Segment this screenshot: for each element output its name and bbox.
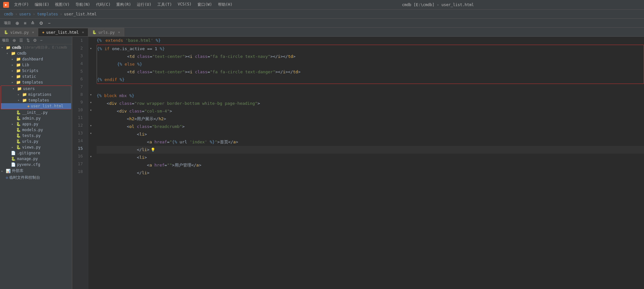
menu-code[interactable]: 代码(C) [93, 1, 113, 8]
menu-file[interactable]: 文件(F) [12, 1, 31, 8]
dashboard-arrow: ▸ [12, 58, 16, 61]
breadcrumb-users[interactable]: users [19, 12, 31, 16]
sidebar-item-pyvenv[interactable]: ▸ 📄 pyvenv.cfg [0, 162, 72, 167]
sidebar-item-static[interactable]: ▸ 📁 static [0, 74, 72, 79]
code-line-6: {% endif %} [97, 76, 644, 84]
fold-2[interactable]: ▾ [88, 44, 93, 52]
lib-folder-icon: 📁 [16, 63, 21, 67]
code-line-4: {% else %} [97, 60, 644, 68]
toolbar-minimize[interactable]: − [47, 20, 52, 26]
menu-edit[interactable]: 编辑(E) [32, 1, 52, 8]
fold-16[interactable]: ▾ [88, 152, 93, 160]
ln-18: 18 [72, 168, 85, 176]
views-tab-label: views.py [10, 30, 29, 35]
menu-tools[interactable]: 工具(T) [155, 1, 175, 8]
fold-9[interactable]: ▾ [88, 98, 93, 106]
tab-user-list[interactable]: ◈ user_list.html × [38, 28, 88, 36]
fold-12[interactable]: ▾ [88, 122, 93, 129]
toolbar-new[interactable]: ⊕ [14, 20, 21, 26]
static-folder-icon: 📁 [16, 74, 21, 79]
sidebar-item-admin[interactable]: ▸ 🐍 admin.py [0, 115, 72, 121]
sidebar-item-dashboard[interactable]: ▸ 📁 dashboard [0, 56, 72, 62]
sidebar-sort-btn[interactable]: ⇅ [25, 38, 31, 43]
ln-11: 11 [72, 114, 85, 122]
tree-root[interactable]: ▾ 📁 cmdb library根目录, E:\cmdb [0, 44, 72, 50]
fold-13[interactable]: ▾ [88, 129, 93, 137]
menu-view[interactable]: 视图(V) [52, 1, 72, 8]
editor-area: 1 2 3 4 5 6 7 8 9 10 11 12 13 14 15 16 1… [72, 37, 644, 289]
sidebar-item-models[interactable]: ▸ 🐍 models.py [0, 127, 72, 133]
menu-help[interactable]: 帮助(H) [215, 1, 235, 8]
code-line-16: <li> [97, 154, 644, 161]
code-line-13: <li> [97, 131, 644, 138]
project-label: 项目 [2, 38, 9, 43]
sidebar-item-scripts[interactable]: ▸ 📁 Scripts [0, 68, 72, 74]
code-line-10: <div class="col-sm-4" > [97, 107, 644, 115]
models-icon: 🐍 [16, 128, 21, 132]
code-line-9: <div class="row wrapper border-bottom wh… [97, 100, 644, 107]
sidebar-item-templates-users[interactable]: ▾ 📁 templates [1, 97, 71, 103]
sidebar-item-user-list-html[interactable]: ▸ ◈ user_list.html [1, 103, 71, 109]
sidebar-item-tests[interactable]: ▸ 🐍 tests.py [0, 133, 72, 139]
templates-users-folder-icon: 📁 [22, 98, 27, 103]
sidebar-item-urls-py[interactable]: ▸ 🐍 urls.py [0, 139, 72, 144]
ln-6: 6 [72, 75, 85, 83]
code-line-14: <a hreaf="{% url 'index' %}" >首页</a> [97, 138, 644, 146]
editor-content[interactable]: 1 2 3 4 5 6 7 8 9 10 11 12 13 14 15 16 1… [72, 37, 644, 289]
tab-views[interactable]: 🐍 views.py × [0, 28, 38, 36]
fold-1 [88, 37, 93, 44]
user-list-label: user_list.html [31, 104, 63, 108]
red-block: {% if one.is_active == 1 %} <td class="t… [97, 45, 644, 84]
menu-window[interactable]: 窗口(W) [195, 1, 215, 8]
sidebar-label: 项目 [4, 21, 11, 25]
tab-urls[interactable]: 🐍 urls.py × [88, 28, 124, 36]
ext-libs-icon: 📊 [6, 169, 11, 173]
sidebar-item-apps[interactable]: ▸ 🐍 apps.py [0, 121, 72, 127]
fold-gutter: ▾ ▾ ▾ ▾ ▾ ▾ ▾ [88, 37, 93, 289]
menu-run[interactable]: 运行(U) [134, 1, 154, 8]
user-list-tab-icon: ◈ [42, 30, 44, 34]
fold-15 [88, 145, 93, 152]
sidebar-item-manage[interactable]: ▸ 🐍 manage.py [0, 156, 72, 162]
apps-label: apps.py [22, 122, 39, 126]
sidebar-item-init[interactable]: ▸ 🐍 __init__.py [0, 110, 72, 115]
tabs-bar: 🐍 views.py × ◈ user_list.html × 🐍 urls.p… [0, 28, 644, 37]
init-icon: 🐍 [16, 110, 21, 115]
sidebar-item-users[interactable]: ▾ 📁 users [1, 86, 71, 92]
sidebar-item-cmdb[interactable]: ▾ 📁 cmdb [0, 50, 72, 56]
views-tab-close[interactable]: × [32, 30, 34, 34]
sidebar-item-temp-files[interactable]: ▸ ⊙ 临时文件和控制台 [0, 174, 72, 181]
fold-10[interactable]: ▾ [88, 106, 93, 114]
sidebar-list-btn[interactable]: ☰ [18, 38, 24, 43]
breadcrumb-cmdb[interactable]: cmdb [4, 12, 13, 16]
menu-navigate[interactable]: 导航(N) [73, 1, 93, 8]
code-line-18: </li> [97, 169, 644, 177]
toolbar-sync[interactable]: ≡ [22, 20, 28, 26]
menu-refactor[interactable]: 重构(R) [114, 1, 134, 8]
sidebar-config-btn[interactable]: ⚙ [32, 38, 38, 43]
sidebar-close-btn[interactable]: − [39, 38, 44, 43]
manage-label: manage.py [17, 157, 38, 161]
root-arrow: ▾ [1, 46, 6, 49]
lightbulb-icon[interactable]: 💡 [151, 146, 155, 154]
toolbar-collapse[interactable]: ≙ [30, 20, 36, 26]
root-folder-icon: 📁 [6, 45, 11, 50]
code-lines[interactable]: {% extends 'base.html' %} {% if one.is_a… [93, 37, 644, 289]
sidebar-item-templates-root[interactable]: ▸ 📁 templates [0, 79, 72, 85]
sidebar-item-migrations[interactable]: ▸ 📁 migrations [1, 92, 71, 97]
sidebar-new-btn[interactable]: ⊕ [12, 38, 17, 43]
breadcrumb-templates[interactable]: templates [37, 12, 58, 16]
sidebar-item-views-py[interactable]: ▸ 🐍 views.py [0, 144, 72, 150]
sidebar-item-lib[interactable]: ▸ 📁 Lib [0, 62, 72, 68]
ln-3: 3 [72, 52, 85, 60]
menu-vcs[interactable]: VCS(S) [175, 1, 194, 8]
pyvenv-icon: 📄 [11, 162, 16, 167]
urls-tab-close[interactable]: × [118, 30, 120, 34]
users-section-border: ▾ 📁 users ▸ 📁 migrations ▾ 📁 templates ▸… [1, 86, 71, 109]
sidebar-item-gitignore[interactable]: ▸ 📄 .gitignore [0, 150, 72, 156]
toolbar-settings[interactable]: ⚙ [38, 20, 45, 26]
fold-8[interactable]: ▾ [88, 91, 93, 98]
user-list-tab-close[interactable]: × [82, 30, 84, 34]
sidebar-item-external-libs[interactable]: ▸ 📊 外部库 [0, 167, 72, 174]
breadcrumb-file: user_list.html [64, 12, 97, 16]
